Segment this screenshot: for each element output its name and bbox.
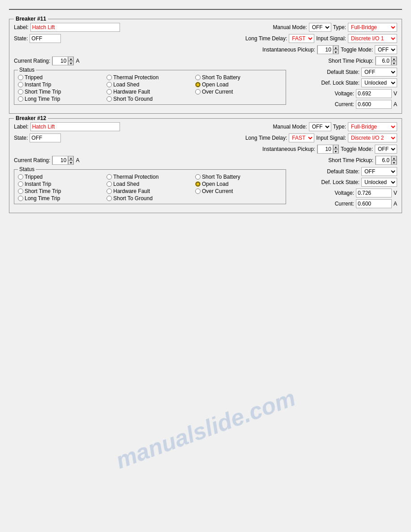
short-time-pickup-up-11[interactable]: ▲ <box>391 56 397 61</box>
radio-open-load-input-12[interactable] <box>195 181 201 187</box>
current-rating-up-12[interactable]: ▲ <box>68 156 73 160</box>
short-time-pickup-value-11[interactable] <box>376 56 391 65</box>
radio-load-shed-11[interactable]: Load Shed <box>107 82 193 88</box>
short-time-pickup-down-11[interactable]: ▼ <box>391 61 397 65</box>
radio-short-ground-input-11[interactable] <box>107 96 112 102</box>
inst-pickup-down-11[interactable]: ▼ <box>333 50 338 54</box>
manual-mode-select-11[interactable]: OFF <box>309 23 331 32</box>
def-lock-state-select-12[interactable]: Unlocked <box>361 178 397 187</box>
breaker-11-title: Breaker #11 <box>14 16 48 22</box>
radio-open-load-11[interactable]: Open Load <box>195 82 282 88</box>
long-time-delay-select-11[interactable]: FAST <box>289 34 314 43</box>
toggle-mode-select-11[interactable]: OFF <box>375 45 397 54</box>
default-state-select-11[interactable]: OFF <box>361 68 397 77</box>
radio-hardware-12[interactable]: Hardware Fault <box>107 188 193 194</box>
radio-load-shed-input-11[interactable] <box>107 82 112 87</box>
radio-long-time-input-11[interactable] <box>18 96 23 102</box>
radio-load-shed-12[interactable]: Load Shed <box>107 181 193 187</box>
short-time-pickup-spinner-12[interactable]: ▲ ▼ <box>375 156 397 165</box>
radio-long-time-11[interactable]: Long Time Trip <box>18 96 105 102</box>
manual-mode-label-11: Manual Mode: <box>273 24 307 30</box>
def-lock-state-select-11[interactable]: Unlocked <box>361 78 397 87</box>
label-input-11[interactable] <box>30 23 120 32</box>
short-time-pickup-down-12[interactable]: ▼ <box>391 160 397 165</box>
current-unit-11: A <box>394 101 397 107</box>
toggle-mode-select-12[interactable]: OFF <box>375 145 397 154</box>
inst-pickup-up-11[interactable]: ▲ <box>333 45 338 50</box>
radio-short-time-12[interactable]: Short Time Trip <box>18 188 105 194</box>
radio-tripped-input-11[interactable] <box>18 75 23 80</box>
radio-thermal-input-12[interactable] <box>107 174 112 180</box>
radio-over-current-input-12[interactable] <box>195 189 201 194</box>
current-rating-spinner-12[interactable]: ▲ ▼ <box>52 156 74 165</box>
radio-short-battery-11[interactable]: Short To Battery <box>195 74 282 81</box>
input-signal-select-11[interactable]: Discrete I/O 1 <box>348 34 397 43</box>
radio-short-battery-12[interactable]: Short To Battery <box>195 174 282 180</box>
radio-short-battery-input-12[interactable] <box>195 174 201 180</box>
type-select-12[interactable]: Full-Bridge <box>348 122 397 131</box>
status-box-11: Status Tripped Thermal Protection Short … <box>14 70 286 105</box>
short-time-pickup-spinner-11[interactable]: ▲ ▼ <box>375 56 397 65</box>
inst-pickup-up-12[interactable]: ▲ <box>333 145 338 149</box>
radio-long-time-12[interactable]: Long Time Trip <box>18 195 105 202</box>
radio-short-time-input-12[interactable] <box>18 189 23 194</box>
current-rating-up-11[interactable]: ▲ <box>68 56 73 61</box>
radio-hardware-11[interactable]: Hardware Fault <box>107 89 193 95</box>
current-rating-down-12[interactable]: ▼ <box>68 160 73 165</box>
default-state-select-12[interactable]: OFF <box>361 167 397 176</box>
long-time-delay-select-12[interactable]: FAST <box>289 133 314 142</box>
current-rating-down-11[interactable]: ▼ <box>68 61 73 65</box>
inst-pickup-down-12[interactable]: ▼ <box>333 149 338 154</box>
right-panel-12: Default State: OFF Def. Lock State: Unlo… <box>290 167 397 208</box>
inst-pickup-value-11[interactable] <box>317 45 333 54</box>
radio-instant-input-11[interactable] <box>18 82 23 87</box>
radio-short-ground-input-12[interactable] <box>107 196 112 201</box>
radio-instant-11[interactable]: Instant Trip <box>18 82 105 88</box>
current-rating-value-12[interactable] <box>52 156 68 165</box>
inst-pickup-spinner-11[interactable]: ▲ ▼ <box>317 45 339 54</box>
inst-pickup-value-12[interactable] <box>317 145 333 154</box>
radio-tripped-label-12: Tripped <box>25 174 43 180</box>
input-signal-select-12[interactable]: Discrete I/O 2 <box>348 133 397 142</box>
toggle-mode-label-12: Toggle Mode: <box>341 146 373 152</box>
inst-pickup-spinner-12[interactable]: ▲ ▼ <box>317 145 339 154</box>
label-input-12[interactable] <box>30 122 120 131</box>
radio-tripped-input-12[interactable] <box>18 174 23 180</box>
radio-thermal-input-11[interactable] <box>107 75 112 80</box>
type-select-11[interactable]: Full-Bridge <box>348 23 397 32</box>
radio-short-time-input-11[interactable] <box>18 89 23 94</box>
current-unit-12: A <box>394 201 397 207</box>
radio-short-ground-12[interactable]: Short To Ground <box>107 195 193 202</box>
radio-thermal-11[interactable]: Thermal Protection <box>107 74 193 81</box>
radio-hardware-label-11: Hardware Fault <box>113 89 150 95</box>
radio-instant-12[interactable]: Instant Trip <box>18 181 105 187</box>
radio-load-shed-input-12[interactable] <box>107 181 112 187</box>
radio-long-time-input-12[interactable] <box>18 196 23 201</box>
short-time-pickup-up-12[interactable]: ▲ <box>391 156 397 160</box>
radio-load-shed-label-11: Load Shed <box>113 82 139 88</box>
radio-short-battery-input-11[interactable] <box>195 75 201 80</box>
label-text-12: Label: <box>14 124 29 130</box>
current-rating-value-11[interactable] <box>52 56 68 65</box>
radio-short-ground-11[interactable]: Short To Ground <box>107 96 193 102</box>
radio-open-load-12[interactable]: Open Load <box>195 181 282 187</box>
radio-over-current-12[interactable]: Over Current <box>195 188 282 194</box>
radio-hardware-input-12[interactable] <box>107 189 112 194</box>
current-rating-spinner-11[interactable]: ▲ ▼ <box>52 56 74 65</box>
radio-thermal-12[interactable]: Thermal Protection <box>107 174 193 180</box>
manual-mode-select-12[interactable]: OFF <box>309 122 331 131</box>
def-lock-state-label-12: Def. Lock State: <box>321 179 360 185</box>
radio-tripped-12[interactable]: Tripped <box>18 174 105 180</box>
input-signal-label-12: Input Signal: <box>316 135 346 141</box>
default-state-label-11: Default State: <box>327 69 360 75</box>
short-time-pickup-value-12[interactable] <box>376 156 391 165</box>
radio-instant-input-12[interactable] <box>18 181 23 187</box>
radio-over-current-input-11[interactable] <box>195 89 201 94</box>
radio-open-load-input-11[interactable] <box>195 82 201 87</box>
radio-short-battery-label-12: Short To Battery <box>202 174 240 180</box>
radio-over-current-11[interactable]: Over Current <box>195 89 282 95</box>
radio-short-time-11[interactable]: Short Time Trip <box>18 89 105 95</box>
long-time-delay-label-11: Long Time Delay: <box>245 35 287 42</box>
radio-hardware-input-11[interactable] <box>107 89 112 94</box>
radio-tripped-11[interactable]: Tripped <box>18 74 105 81</box>
